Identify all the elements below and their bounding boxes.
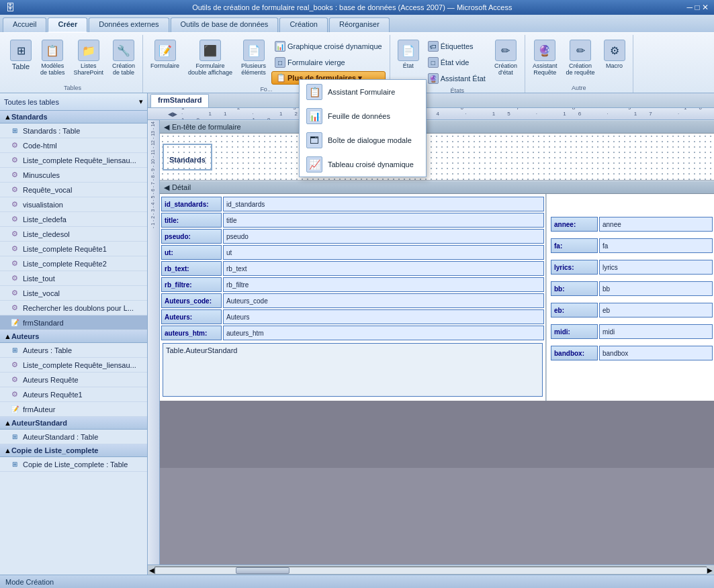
scroll-track[interactable] [154, 567, 707, 575]
plusieurs-elements-button[interactable]: 📄 Plusieurséléments [238, 38, 269, 78]
doc-tab-frmstandard[interactable]: frmStandard [150, 94, 209, 107]
nav-section-auteurs[interactable]: ▲ Auteurs [0, 330, 147, 343]
field-midi: midi: midi [551, 324, 713, 339]
subform-container[interactable]: Table.AuteurStandard [163, 343, 543, 397]
nav-item-frm-standard[interactable]: 📝 frmStandard [0, 315, 147, 330]
nav-item-minuscules[interactable]: ⚙ Minuscules [0, 168, 147, 183]
assistant-etat-button[interactable]: 🔮 Assistant État [425, 71, 489, 86]
nav-item-liste-cledesol[interactable]: ⚙ Liste_cledesol [0, 227, 147, 242]
dropdown-item-tableau[interactable]: 📈 Tableau croisé dynamique [300, 152, 426, 177]
scroll-left-icon[interactable]: ◀ [149, 567, 154, 574]
field-label-fa: fa: [551, 238, 598, 253]
nav-item-liste-tout[interactable]: ⚙ Liste_tout [0, 271, 147, 286]
nav-item-liste-cledefa[interactable]: ⚙ Liste_cledefa [0, 212, 147, 227]
ruler-left: - 1 - 2 - 3 - 4 - 5 - 6 - 7 - 8 - 9 - 10… [148, 120, 160, 565]
etiquettes-button[interactable]: 🏷 Étiquettes [425, 39, 489, 54]
field-value-title[interactable]: title [223, 213, 544, 228]
table-icon: ⊞ [9, 346, 20, 355]
tab-outils-bdd[interactable]: Outils de base de données [171, 17, 279, 32]
nav-item-requete-vocal[interactable]: ⚙ Requête_vocal [0, 183, 147, 197]
field-value-auteurs-htm[interactable]: auteurs_htm [223, 326, 544, 340]
feuille-donnees-icon: 📊 [306, 108, 322, 124]
dropdown-item-feuille[interactable]: 📊 Feuille de données [300, 104, 426, 128]
field-value-rb-text[interactable]: rb_text [223, 261, 544, 276]
assistant-etat-icon: 🔮 [428, 73, 439, 84]
assistant-requete-button[interactable]: 🔮 AssistantRequête [529, 38, 561, 78]
etat-vide-button[interactable]: □ État vide [425, 55, 489, 70]
table-button[interactable]: ⊞ Table [7, 38, 35, 72]
nav-item-auteurs-requete1[interactable]: ⚙ Auteurs Requête1 [0, 387, 147, 402]
reports-buttons: 📄 État 🏷 Étiquettes □ État vide [394, 36, 521, 86]
field-value-rb-filtre[interactable]: rb_filtre [223, 277, 544, 292]
form-detail-section-label[interactable]: ◀ Détail [160, 181, 714, 194]
nav-section-auteurstandard[interactable]: ▲ AuteurStandard [0, 417, 147, 430]
nav-item-code-html[interactable]: ⚙ Code-html [0, 138, 147, 153]
bottom-scrollbar[interactable]: ◀ ▶ [148, 565, 714, 575]
nav-item-liste-complete-req2[interactable]: ⚙ Liste_complete Requête2 [0, 256, 147, 271]
nav-item-liste-vocal[interactable]: ⚙ Liste_vocal [0, 286, 147, 301]
tab-creer[interactable]: Créer [48, 17, 87, 32]
dropdown-item-assistant[interactable]: 📋 Assistant Formulaire [300, 80, 426, 104]
field-value-midi[interactable]: midi [599, 324, 713, 339]
nav-item-auteurs-table[interactable]: ⊞ Auteurs : Table [0, 343, 147, 358]
field-label-bandbox: bandbox: [551, 346, 598, 360]
tab-creation[interactable]: Création [279, 17, 328, 32]
nav-item-liste-complete-1[interactable]: ⚙ Liste_complete Requête_liensau... [0, 153, 147, 168]
nav-item-auteurs-requete[interactable]: ⚙ Auteurs Requête [0, 373, 147, 387]
formulaire-vierge-button[interactable]: □ Formulaire vierge [271, 55, 386, 70]
nav-section-standards[interactable]: ▲ Standards [0, 111, 147, 124]
nav-item-auteurstandard-table[interactable]: ⊞ AuteurStandard : Table [0, 430, 147, 444]
form-icon-small: 📋 [276, 73, 286, 83]
field-label-eb: eb: [551, 303, 598, 317]
field-value-auteurs-code[interactable]: Auteurs_code [223, 293, 544, 308]
graphique-croise-button[interactable]: 📊 Graphique croisé dynamique [271, 39, 386, 54]
table-models-button[interactable]: 📋 Modèlesde tables [37, 38, 69, 78]
field-eb: eb: eb [551, 303, 713, 317]
double-display-button[interactable]: ⬛ Formulairedouble affichage [185, 38, 236, 78]
field-value-auteurs[interactable]: Auteurs [223, 309, 544, 324]
create-table-button[interactable]: 🔧 Créationde table [109, 38, 138, 78]
nav-item-frm-auteur[interactable]: 📝 frmAuteur [0, 402, 147, 417]
formulaire-button[interactable]: 📝 Formulaire [147, 38, 183, 71]
nav-item-liste-complete-req1[interactable]: ⚙ Liste_complete Requête1 [0, 242, 147, 256]
sharepoint-icon: 📁 [78, 40, 99, 61]
dropdown-item-boite[interactable]: 🗔 Boîte de dialogue modale [300, 128, 426, 152]
field-value-id-standards[interactable]: id_standards [223, 197, 544, 211]
form-title: Standards [163, 144, 212, 170]
status-bar: Mode Création [0, 575, 714, 588]
form-header-body[interactable]: Standards [160, 134, 714, 181]
field-value-lyrics[interactable]: lyrics [599, 260, 713, 275]
nav-item-standards-table[interactable]: ⊞ Standards : Table [0, 124, 147, 138]
creation-etat-button[interactable]: ✏ Créationd'état [491, 38, 521, 86]
field-auteurs: Auteurs: Auteurs [161, 309, 544, 324]
nav-item-rechercher-doublons[interactable]: ⚙ Rechercher les doublons pour L... [0, 301, 147, 315]
nav-dropdown-icon[interactable]: ▾ [139, 97, 143, 106]
tab-reorganiser[interactable]: Réorganiser [329, 17, 390, 32]
field-label-id-standards: id_standards: [161, 197, 222, 211]
creation-requete-button[interactable]: ✏ Créationde requête [562, 38, 598, 78]
nav-header-text: Toutes les tables [4, 98, 139, 106]
graphique-croise-icon: 📊 [275, 41, 285, 52]
scroll-right-icon[interactable]: ▶ [707, 567, 713, 574]
tab-donnees-externes[interactable]: Données externes [89, 17, 169, 32]
double-display-icon: ⬛ [199, 40, 221, 61]
section-arrow-icon: ◀ [164, 123, 169, 132]
nav-header[interactable]: Toutes les tables ▾ [0, 93, 147, 111]
field-value-pseudo[interactable]: pseudo [223, 229, 544, 244]
sharepoint-button[interactable]: 📁 ListesSharePoint [71, 38, 107, 78]
field-value-annee[interactable]: annee [599, 217, 713, 232]
nav-item-visualistaion[interactable]: ⚙ visualistaion [0, 197, 147, 212]
nav-section-collapse-icon: ▲ [4, 113, 11, 121]
field-value-bb[interactable]: bb [599, 281, 713, 296]
field-value-bandbox[interactable]: bandbox [599, 346, 713, 360]
field-value-ut[interactable]: ut [223, 245, 544, 260]
tab-accueil[interactable]: Accueil [3, 17, 46, 32]
nav-item-copie-liste-table[interactable]: ⊞ Copie de Liste_complete : Table [0, 457, 147, 472]
field-value-eb[interactable]: eb [599, 303, 713, 317]
field-value-fa[interactable]: fa [599, 238, 713, 253]
nav-section-copie-liste[interactable]: ▲ Copie de Liste_complete [0, 444, 147, 457]
macro-button[interactable]: ⚙ Macro [600, 38, 629, 71]
forms-buttons: 📝 Formulaire ⬛ Formulairedouble affichag… [147, 36, 386, 85]
form-header-section-label[interactable]: ◀ En-tête de formulaire [160, 120, 714, 134]
nav-item-auteurs-liensau[interactable]: ⚙ Liste_complete Requête_liensau... [0, 358, 147, 373]
